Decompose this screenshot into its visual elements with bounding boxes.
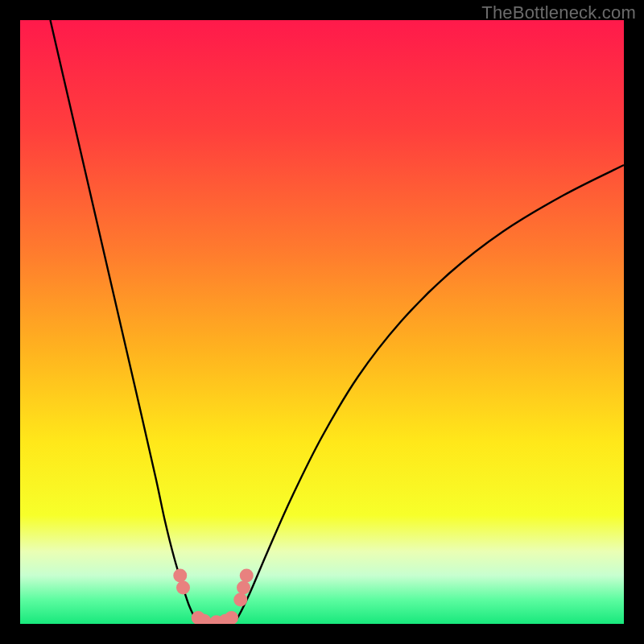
marker-dot xyxy=(225,611,238,624)
marker-dot xyxy=(173,569,187,583)
watermark-text: TheBottleneck.com xyxy=(481,2,636,23)
marker-dot xyxy=(176,581,190,595)
bottleneck-curve xyxy=(51,20,625,624)
marker-dot xyxy=(233,593,247,607)
marker-dot xyxy=(237,581,250,595)
plot-area xyxy=(20,20,624,624)
marker-dot xyxy=(240,569,254,583)
chart-frame: TheBottleneck.com xyxy=(0,0,644,644)
curve-layer xyxy=(20,20,624,624)
